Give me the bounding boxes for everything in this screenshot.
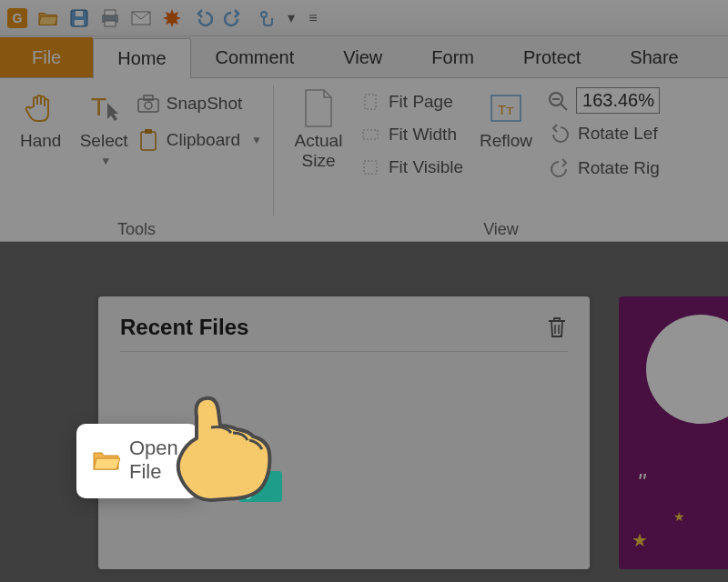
svg-rect-7 bbox=[105, 21, 116, 26]
rotate-left-label: Rotate Lef bbox=[578, 124, 658, 144]
print-icon[interactable] bbox=[100, 8, 120, 28]
svg-rect-13 bbox=[144, 95, 153, 100]
rotate-right-label: Rotate Rig bbox=[578, 158, 660, 178]
svg-rect-15 bbox=[145, 129, 152, 134]
select-icon: T bbox=[85, 89, 123, 127]
chevron-down-icon: ▼ bbox=[100, 155, 111, 167]
new-icon[interactable] bbox=[162, 8, 182, 28]
email-icon[interactable] bbox=[131, 8, 151, 28]
fit-width-label: Fit Width bbox=[389, 125, 457, 145]
fit-page-icon bbox=[359, 91, 381, 113]
actual-size-label: Actual Size bbox=[295, 131, 343, 171]
redo-icon[interactable] bbox=[224, 8, 244, 28]
svg-rect-3 bbox=[75, 20, 84, 25]
page-icon bbox=[299, 89, 338, 127]
hand-tool-label: Hand bbox=[20, 131, 61, 151]
tab-protect[interactable]: Protect bbox=[499, 37, 605, 77]
fit-visible-icon bbox=[359, 156, 381, 178]
fit-visible-button[interactable]: Fit Visible bbox=[358, 153, 465, 182]
quick-access-toolbar: G ▾ ≡ bbox=[0, 0, 728, 36]
reflow-label: Reflow bbox=[480, 131, 532, 151]
svg-line-22 bbox=[561, 104, 567, 110]
hand-tool-button[interactable]: Hand bbox=[9, 84, 72, 216]
undo-icon[interactable] bbox=[193, 8, 213, 28]
tab-share[interactable]: Share bbox=[605, 37, 703, 77]
trash-icon[interactable] bbox=[546, 316, 568, 339]
zoom-input[interactable]: 163.46% bbox=[576, 87, 660, 114]
star-icon: ★ bbox=[673, 509, 685, 524]
reflow-button[interactable]: Tᴛ Reflow bbox=[469, 84, 543, 216]
snapshot-button[interactable]: SnapShot bbox=[136, 89, 264, 118]
promo-quote: " bbox=[637, 468, 645, 497]
select-tool-label: Select bbox=[80, 131, 128, 151]
svg-rect-16 bbox=[365, 95, 376, 109]
svg-text:G: G bbox=[13, 11, 23, 25]
clipboard-label: Clipboard bbox=[167, 130, 240, 150]
tab-view[interactable]: View bbox=[318, 37, 407, 77]
promo-circle bbox=[646, 315, 728, 424]
open-file-button[interactable]: Open File bbox=[76, 424, 198, 498]
ribbon-group-tools: Hand T Select ▼ SnapShot bbox=[0, 78, 273, 241]
svg-rect-11 bbox=[138, 99, 158, 112]
rotate-left-button[interactable]: Rotate Lef bbox=[547, 119, 662, 148]
rotate-left-icon bbox=[549, 123, 571, 145]
rotate-right-icon bbox=[549, 157, 571, 179]
snapshot-label: SnapShot bbox=[167, 94, 242, 114]
open-folder-icon bbox=[93, 449, 120, 471]
customize-icon[interactable]: ≡ bbox=[308, 8, 318, 28]
group-label-view: View bbox=[283, 216, 719, 239]
svg-rect-14 bbox=[141, 132, 156, 150]
reflow-icon: Tᴛ bbox=[487, 89, 525, 127]
fit-width-icon bbox=[359, 124, 381, 146]
touch-mode-icon[interactable] bbox=[255, 8, 275, 28]
fit-visible-label: Fit Visible bbox=[389, 157, 463, 177]
chevron-down-icon: ▼ bbox=[251, 134, 262, 146]
save-icon[interactable] bbox=[69, 8, 89, 28]
zoom-out-icon[interactable] bbox=[547, 90, 569, 112]
promo-card[interactable]: " ★ ★ bbox=[619, 296, 728, 569]
tab-file[interactable]: File bbox=[0, 37, 93, 77]
tab-home[interactable]: Home bbox=[93, 38, 190, 78]
chevron-down-icon[interactable]: ▾ bbox=[286, 8, 297, 28]
ribbon-group-view: Actual Size Fit Page Fit Width Fit Visib… bbox=[274, 78, 728, 241]
hand-icon bbox=[22, 89, 60, 127]
fit-page-label: Fit Page bbox=[389, 92, 453, 112]
app-icon: G bbox=[7, 8, 27, 28]
svg-rect-4 bbox=[76, 11, 83, 16]
svg-rect-6 bbox=[105, 10, 116, 15]
svg-rect-18 bbox=[364, 161, 377, 174]
select-tool-button[interactable]: T Select ▼ bbox=[72, 84, 135, 216]
ribbon-tabs: File Home Comment View Form Protect Shar… bbox=[0, 36, 728, 78]
group-label-tools: Tools bbox=[9, 216, 264, 239]
svg-point-12 bbox=[145, 102, 152, 109]
svg-text:Tᴛ: Tᴛ bbox=[498, 102, 514, 117]
svg-text:T: T bbox=[91, 93, 106, 121]
fit-width-button[interactable]: Fit Width bbox=[358, 120, 465, 149]
rotate-right-button[interactable]: Rotate Rig bbox=[547, 154, 662, 183]
start-area: Recent Files " ★ ★ bbox=[0, 242, 728, 582]
clipboard-button[interactable]: Clipboard ▼ bbox=[136, 125, 264, 155]
tab-form[interactable]: Form bbox=[407, 37, 499, 77]
app-window: G ▾ ≡ File Home Comment V bbox=[0, 0, 728, 582]
clipboard-icon bbox=[137, 129, 159, 151]
open-file-label: Open File bbox=[129, 436, 178, 484]
open-icon[interactable] bbox=[38, 8, 58, 28]
recent-files-title: Recent Files bbox=[120, 315, 248, 340]
camera-icon bbox=[137, 93, 159, 115]
star-icon: ★ bbox=[632, 529, 648, 551]
tab-comment[interactable]: Comment bbox=[191, 37, 319, 77]
ribbon-home: Hand T Select ▼ SnapShot bbox=[0, 78, 728, 242]
fit-page-button[interactable]: Fit Page bbox=[358, 87, 465, 116]
svg-point-9 bbox=[261, 12, 267, 17]
svg-rect-17 bbox=[363, 130, 378, 139]
actual-size-button[interactable]: Actual Size bbox=[283, 84, 354, 216]
